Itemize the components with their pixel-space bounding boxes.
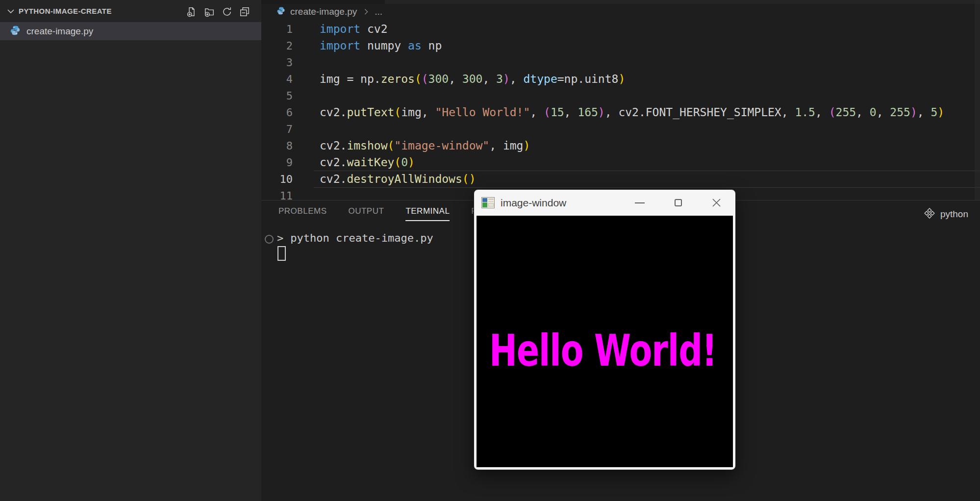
chevron-down-icon[interactable] xyxy=(6,6,16,16)
minimize-button[interactable] xyxy=(621,190,659,216)
line-number: 10 xyxy=(261,173,301,185)
code-line[interactable]: 2import numpy as np xyxy=(261,37,980,54)
maximize-button[interactable] xyxy=(659,190,697,216)
explorer-header: PYTHON-IMAGE-CREATE xyxy=(0,0,261,22)
code-line[interactable]: 6cv2.putText(img, "Hello World!", (15, 1… xyxy=(261,104,980,121)
cv-window-titlebar[interactable]: image-window xyxy=(474,190,735,216)
line-number: 8 xyxy=(261,140,301,152)
terminal-prompt: > xyxy=(277,232,283,244)
python-file-icon xyxy=(10,25,21,38)
code-line[interactable]: 7 xyxy=(261,121,980,137)
cv-image-canvas: Hello World! xyxy=(477,216,733,467)
cv-window-title: image-window xyxy=(501,197,566,209)
panel-tab-terminal[interactable]: TERMINAL xyxy=(405,206,450,221)
close-icon xyxy=(712,198,721,207)
code-line[interactable]: 5 xyxy=(261,87,980,104)
explorer-sidebar: PYTHON-IMAGE-CREATE xyxy=(0,0,261,501)
sidebar-item-create-image-py[interactable]: create-image.py xyxy=(0,22,261,40)
editor-scrollbar[interactable] xyxy=(975,0,980,200)
shell-label: python xyxy=(940,209,968,220)
code-text: import cv2 xyxy=(301,23,387,35)
refresh-icon[interactable] xyxy=(221,6,233,18)
code-line[interactable]: 10cv2.destroyAllWindows() xyxy=(261,171,980,187)
code-text: cv2.imshow("image-window", img) xyxy=(301,139,530,152)
new-file-icon[interactable] xyxy=(186,6,198,18)
terminal-cursor[interactable] xyxy=(277,246,286,261)
line-number: 3 xyxy=(261,56,301,69)
explorer-actions xyxy=(186,6,251,18)
chevron-right-icon xyxy=(363,8,370,15)
close-button[interactable] xyxy=(697,190,735,216)
code-lines: 1import cv22import numpy as np34img = np… xyxy=(261,21,980,200)
line-number: 6 xyxy=(261,106,301,119)
breadcrumb[interactable]: create-image.py ... xyxy=(261,4,382,20)
maximize-icon xyxy=(675,199,682,206)
command-decoration-icon[interactable] xyxy=(265,235,274,244)
code-text: cv2.destroyAllWindows() xyxy=(301,173,476,185)
cv-window-controls xyxy=(621,190,735,216)
code-line[interactable]: 1import cv2 xyxy=(261,21,980,37)
opencv-image-window[interactable]: image-window Hello World! xyxy=(474,189,736,470)
code-text: cv2.putText(img, "Hello World!", (15, 16… xyxy=(301,106,944,119)
line-number: 7 xyxy=(261,123,301,135)
python-file-icon xyxy=(276,6,285,17)
active-tab-sliver xyxy=(261,0,385,4)
breadcrumb-more[interactable]: ... xyxy=(375,6,382,17)
terminal-command-line[interactable]: >python create-image.py xyxy=(277,232,433,244)
terminal-shell-selector[interactable]: python xyxy=(924,207,968,221)
cv-window-app-icon xyxy=(481,197,495,208)
code-text: img = np.zeros((300, 300, 3), dtype=np.u… xyxy=(301,73,625,85)
minimize-icon xyxy=(635,202,645,203)
code-line[interactable]: 4img = np.zeros((300, 300, 3), dtype=np.… xyxy=(261,71,980,87)
line-number: 9 xyxy=(261,156,301,169)
tabbar-background-sliver xyxy=(385,0,980,4)
line-number: 2 xyxy=(261,40,301,52)
code-line[interactable]: 8cv2.imshow("image-window", img) xyxy=(261,137,980,154)
code-line[interactable]: 9cv2.waitKey(0) xyxy=(261,154,980,171)
code-line[interactable]: 3 xyxy=(261,54,980,71)
breadcrumb-file[interactable]: create-image.py xyxy=(290,6,357,17)
line-number: 5 xyxy=(261,90,301,102)
line-number: 1 xyxy=(261,23,301,35)
panel-tabs: PROBLEMSOUTPUTTERMINALP xyxy=(278,206,477,221)
hello-world-text: Hello World! xyxy=(489,326,717,376)
code-editor[interactable]: 1import cv22import numpy as np34img = np… xyxy=(261,21,980,200)
terminal-command: python create-image.py xyxy=(290,232,433,244)
panel-tab-problems[interactable]: PROBLEMS xyxy=(278,206,327,221)
line-number: 11 xyxy=(261,190,301,200)
code-text: cv2.waitKey(0) xyxy=(301,156,415,169)
explorer-title: PYTHON-IMAGE-CREATE xyxy=(19,7,112,15)
python-terminal-icon xyxy=(924,207,935,221)
panel-tab-output[interactable]: OUTPUT xyxy=(348,206,384,221)
code-text: import numpy as np xyxy=(301,39,442,52)
line-number: 4 xyxy=(261,73,301,85)
collapse-all-icon[interactable] xyxy=(239,6,251,18)
new-folder-icon[interactable] xyxy=(203,6,215,18)
file-name-label: create-image.py xyxy=(26,26,93,37)
